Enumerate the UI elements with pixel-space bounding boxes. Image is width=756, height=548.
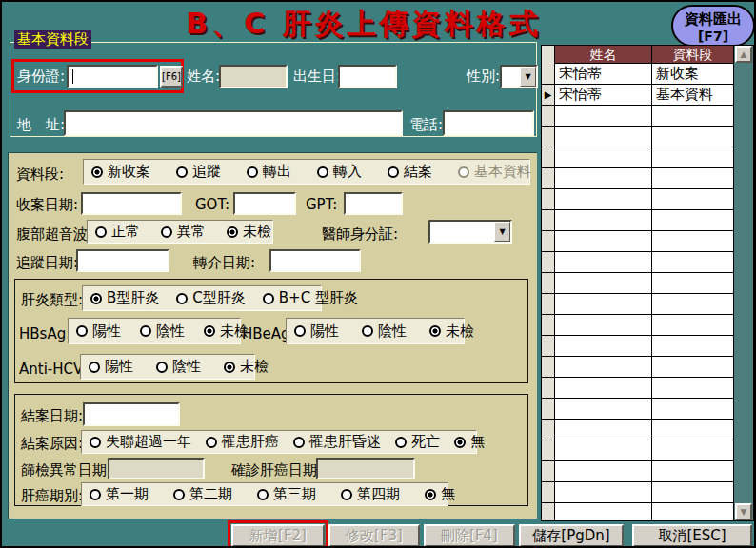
- table-row-empty[interactable]: [542, 357, 734, 378]
- save-button[interactable]: 儲存[PgDn]: [519, 524, 624, 547]
- gender-select[interactable]: ▼: [500, 65, 538, 88]
- radio-antihcv-positive[interactable]: 陽性: [89, 358, 133, 376]
- table-row-empty[interactable]: [542, 440, 734, 461]
- radio-stage-none[interactable]: 無: [425, 485, 455, 503]
- scroll-down-icon[interactable]: ▼: [735, 503, 752, 520]
- radio-hbeag-negative[interactable]: 陰性: [362, 323, 407, 341]
- table-row-empty[interactable]: [542, 210, 734, 231]
- table-row-empty[interactable]: [542, 147, 734, 168]
- table-row-empty[interactable]: [542, 294, 734, 315]
- got-input[interactable]: 0: [233, 192, 296, 215]
- radio-segment-new[interactable]: 新收案: [91, 163, 150, 181]
- cancel-button[interactable]: 取消[ESC]: [632, 524, 752, 547]
- radio-segment-out[interactable]: 轉出: [247, 163, 291, 181]
- row-selector[interactable]: [542, 294, 555, 315]
- row-selector[interactable]: [542, 503, 555, 521]
- radio-segment-close[interactable]: 結案: [388, 163, 432, 181]
- cell-segment: [652, 273, 734, 294]
- birth-input[interactable]: [338, 65, 397, 88]
- table-row-empty[interactable]: [542, 482, 734, 503]
- table-row[interactable]: 宋怡蒂 新收案: [542, 64, 734, 85]
- scroll-up-icon[interactable]: ▲: [735, 46, 752, 63]
- row-selector[interactable]: [542, 127, 555, 147]
- radio-segment-in[interactable]: 轉入: [317, 163, 362, 181]
- row-selector[interactable]: [542, 147, 555, 168]
- radio-antihcv-negative[interactable]: 陰性: [156, 358, 201, 376]
- radio-reason-none[interactable]: 無: [454, 433, 485, 451]
- row-selector[interactable]: [542, 106, 555, 127]
- table-row-empty[interactable]: [542, 399, 734, 420]
- table-row-empty[interactable]: [542, 273, 734, 294]
- add-button[interactable]: 新增[F2]: [231, 524, 325, 547]
- radio-hep-bc[interactable]: B+C 型肝炎: [263, 289, 358, 307]
- table-row-empty[interactable]: [542, 503, 734, 521]
- radio-reason-lost[interactable]: 失聯超過一年: [90, 433, 191, 451]
- row-selector[interactable]: [542, 357, 555, 378]
- radio-stage-4[interactable]: 第四期: [341, 485, 400, 503]
- radio-reason-coma[interactable]: 罹患肝昏迷: [293, 433, 381, 451]
- table-row-current[interactable]: ▶ 宋怡蒂 基本資料: [542, 85, 734, 106]
- radio-reason-livercancer[interactable]: 罹患肝癌: [206, 433, 279, 451]
- radio-hbeag-positive[interactable]: 陽性: [294, 323, 339, 341]
- table-row-empty[interactable]: [542, 252, 734, 273]
- radio-ultrasound-normal[interactable]: 正常: [95, 223, 140, 241]
- row-selector[interactable]: [542, 482, 555, 503]
- row-selector[interactable]: [542, 378, 555, 399]
- table-row-empty[interactable]: [542, 168, 734, 189]
- f6-lookup-button[interactable]: [F6]: [160, 66, 183, 88]
- radio-antihcv-notdone[interactable]: 未檢: [224, 358, 269, 376]
- table-row-empty[interactable]: [542, 231, 734, 252]
- cell-segment: [652, 357, 734, 378]
- intake-date-input[interactable]: . .: [81, 192, 182, 215]
- row-selector[interactable]: [542, 315, 555, 336]
- referral-date-input[interactable]: . .: [269, 249, 361, 272]
- row-selector[interactable]: [542, 273, 555, 294]
- table-row-empty[interactable]: [542, 378, 734, 399]
- radio-stage-1[interactable]: 第一期: [90, 485, 149, 503]
- radio-segment-track[interactable]: 追蹤: [176, 163, 221, 181]
- row-selector[interactable]: [542, 189, 555, 210]
- close-date-label: 結案日期:: [21, 407, 83, 425]
- table-row-empty[interactable]: [542, 315, 734, 336]
- row-selector[interactable]: [542, 420, 555, 440]
- gpt-input[interactable]: 0: [344, 192, 403, 215]
- delete-button[interactable]: 刪除[F4]: [424, 524, 515, 547]
- row-selector[interactable]: [542, 231, 555, 252]
- row-selector[interactable]: [542, 168, 555, 189]
- radio-stage-2[interactable]: 第二期: [173, 485, 232, 503]
- address-input[interactable]: [64, 110, 403, 136]
- gender-dropdown-icon[interactable]: ▼: [520, 67, 536, 87]
- radio-hep-c[interactable]: C型肝炎: [176, 289, 245, 307]
- table-row-empty[interactable]: [542, 106, 734, 127]
- radio-ultrasound-abnormal[interactable]: 異常: [161, 223, 206, 241]
- doctor-dropdown-icon[interactable]: ▼: [494, 222, 510, 242]
- table-row-empty[interactable]: [542, 189, 734, 210]
- radio-hep-b[interactable]: B型肝炎: [90, 289, 159, 307]
- row-selector[interactable]: [542, 399, 555, 420]
- table-row-empty[interactable]: [542, 461, 734, 482]
- table-row-empty[interactable]: [542, 336, 734, 357]
- track-date-input[interactable]: . .: [76, 249, 169, 272]
- export-data-button[interactable]: 資料匯出 [F7]: [671, 5, 755, 47]
- doctor-id-select[interactable]: ▼: [428, 220, 512, 244]
- phone-input[interactable]: [443, 110, 534, 136]
- id-input[interactable]: [67, 65, 158, 88]
- cell-name: [555, 127, 652, 147]
- radio-hbsag-negative[interactable]: 陰性: [140, 323, 185, 341]
- row-selector[interactable]: [542, 336, 555, 357]
- row-selector[interactable]: [542, 440, 555, 461]
- radio-ultrasound-notdone[interactable]: 未檢: [227, 223, 271, 241]
- row-selector[interactable]: [542, 252, 555, 273]
- table-row-empty[interactable]: [542, 420, 734, 440]
- row-selector[interactable]: [542, 461, 555, 482]
- radio-reason-death[interactable]: 死亡: [395, 433, 440, 451]
- close-date-input[interactable]: . .: [83, 402, 180, 426]
- table-row-empty[interactable]: [542, 127, 734, 147]
- radio-hbeag-notdone[interactable]: 未檢: [429, 323, 474, 341]
- table-scrollbar[interactable]: ▲ ▼: [733, 46, 753, 520]
- edit-button[interactable]: 修改[F3]: [328, 524, 420, 547]
- radio-hbsag-positive[interactable]: 陽性: [76, 323, 121, 341]
- row-selector[interactable]: [542, 210, 555, 231]
- radio-stage-3[interactable]: 第三期: [257, 485, 316, 503]
- row-selector[interactable]: [542, 64, 555, 85]
